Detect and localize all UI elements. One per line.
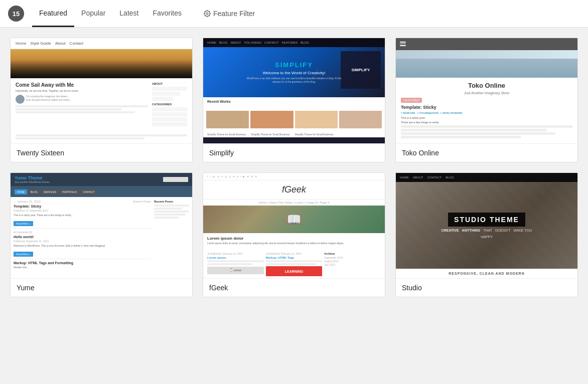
theme-screenshot-yume: Yume Theme Just another WordPress theme.… xyxy=(11,173,192,278)
theme-card-studio[interactable]: HOMEABOUTCONTACTBLOG STUDIO THEME xyxy=(395,172,578,297)
theme-name-simplify: Simplify xyxy=(203,143,385,162)
gear-icon xyxy=(204,10,211,17)
nav-bar: 15 Featured Popular Latest Favorites Fea… xyxy=(0,0,588,28)
theme-name-studio: Studio xyxy=(396,278,577,297)
tab-latest[interactable]: Latest xyxy=(112,0,145,27)
svg-point-0 xyxy=(206,13,208,15)
theme-name-twenty-sixteen: Twenty Sixteen xyxy=(11,143,192,162)
theme-name-yume: Yume xyxy=(11,278,192,297)
theme-screenshot-toko-online: Toko Online Just Another Imaginary Store… xyxy=(396,38,577,143)
nav-tabs: Featured Popular Latest Favorites xyxy=(32,0,189,27)
theme-screenshot-studio: HOMEABOUTCONTACTBLOG STUDIO THEME xyxy=(396,173,577,278)
theme-count: 15 xyxy=(8,6,24,22)
theme-grid: HomeStyle GuideAboutContact Come Sail Aw… xyxy=(0,28,588,307)
feature-filter-button[interactable]: Feature Filter xyxy=(197,0,262,27)
theme-card-twenty-sixteen[interactable]: HomeStyle GuideAboutContact Come Sail Aw… xyxy=(10,38,193,162)
tab-popular[interactable]: Popular xyxy=(74,0,112,27)
theme-card-simplify[interactable]: HOMEBLOGABOUTYOU ASKEDCONTACTFEATURESBLO… xyxy=(203,38,385,162)
theme-name-fgeek: fGeek xyxy=(203,278,385,297)
theme-screenshot-twenty-sixteen: HomeStyle GuideAboutContact Come Sail Aw… xyxy=(11,38,192,143)
theme-card-toko-online[interactable]: Toko Online Just Another Imaginary Store… xyxy=(395,38,578,162)
theme-card-fgeek[interactable]: ftg+inpyt◎✉♦•▶⊕⊞⊟ fGeek Home • About Thi… xyxy=(203,172,385,297)
theme-card-yume[interactable]: Yume Theme Just another WordPress theme.… xyxy=(10,172,193,297)
feature-filter-label: Feature Filter xyxy=(213,10,255,18)
theme-screenshot-simplify: HOMEBLOGABOUTYOU ASKEDCONTACTFEATURESBLO… xyxy=(203,38,385,143)
theme-name-toko-online: Toko Online xyxy=(396,143,577,162)
tab-favorites[interactable]: Favorites xyxy=(145,0,189,27)
theme-screenshot-fgeek: ftg+inpyt◎✉♦•▶⊕⊞⊟ fGeek Home • About Thi… xyxy=(203,173,385,278)
tab-featured[interactable]: Featured xyxy=(32,0,74,27)
